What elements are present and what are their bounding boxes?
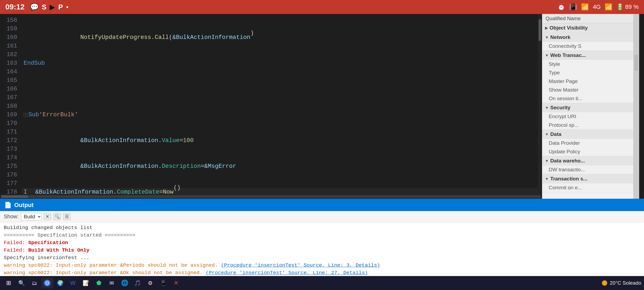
item-dw-transaction: DW transactio... [542,165,633,174]
item-style: Style [542,60,633,68]
section-header-network[interactable]: ▼ Network [542,33,633,42]
output-line-1: Building changed objects list [4,224,640,231]
taskbar-green-icon[interactable]: ⬟ [93,278,105,288]
code-line-161: -Sub 'ErrorBulk' [21,111,538,119]
section-object-visibility: ▶ Object Visibility [542,23,633,33]
chevron-data: ▼ [545,132,549,136]
taskbar-music-icon[interactable]: 🎵 [131,278,143,288]
code-line-162: &BulkActionInformation.Value = 100 [21,136,538,145]
item-label-connectivity: Connectivity S [549,43,581,49]
item-label-type: Type [549,70,581,76]
status-time: 09:12 [5,3,25,11]
output-line-5: Specifying insercionTest ... [4,254,640,262]
section-label-web-transac: Web Transac... [550,52,586,58]
code-line-159: EndSub [21,59,538,68]
output-search-btn[interactable]: 🔍 [53,213,61,220]
item-label-update-policy: Update Policy [549,149,581,155]
youtube-icon: ▶ [50,3,55,11]
section-label-object-visibility: Object Visibility [550,25,588,31]
taskbar-word-icon[interactable]: W [67,278,79,288]
status-icons: 💬 S ▶ P • [30,3,69,11]
section-header-object-visibility[interactable]: ▶ Object Visibility [542,23,633,32]
output-clear-btn[interactable]: ✕ [44,213,51,220]
section-network: ▼ Network Connectivity S [542,33,633,51]
taskbar-notes-icon[interactable]: 📝 [80,278,92,288]
taskbar-files-icon[interactable]: 🗂 [28,278,40,288]
taskbar-settings-icon[interactable]: ⚙ [144,278,156,288]
section-label-transaction: Transaction s... [550,176,587,182]
output-show-select[interactable]: Build [21,213,42,220]
right-panel-scrollbar[interactable] [633,14,639,199]
item-connectivity: Connectivity S [542,42,633,50]
output-header: 📄 Output [0,199,644,211]
right-side: Qualified Name ▶ Object Visibility ▼ Net… [542,14,644,199]
section-header-web-transac[interactable]: ▼ Web Transac... [542,51,633,60]
taskbar-mobile-icon[interactable]: 📱 [157,278,169,288]
taskbar-chrome-icon[interactable] [41,278,53,288]
chevron-network: ▼ [545,35,549,39]
output-toolbar: Show: Build ✕ 🔍 ☰ [0,211,644,222]
vibrate-icon: 📳 [569,3,577,11]
item-label-master-page: Master Page [549,78,581,84]
item-label-encrypt-uri: Encrypt URI [549,114,581,119]
item-label-commit: Commit on e... [549,185,582,191]
output-line-7: warning spc0022: Input-only parameter &O… [4,269,640,277]
taskbar-firefox-icon[interactable]: 🌍 [54,278,66,288]
section-header-data[interactable]: ▼ Data [542,130,633,139]
chevron-security: ▼ [545,106,549,110]
battery-icon: 🔋 89 % [616,3,639,10]
alarm-icon: ⏰ [557,3,565,11]
taskbar-mail-icon[interactable]: ✉ [106,278,118,288]
output-warn-1-link[interactable]: (Procedure 'insercionTest' Source, Line:… [221,262,380,268]
main-container: 158 159 160 161 162 163 164 165 166 167 … [0,14,644,290]
taskbar-weather-label: 20°C Soleado [610,280,641,286]
taskbar-weather-dot [602,280,607,286]
section-label-security: Security [550,105,570,111]
output-failed-build: Failed: [4,247,28,253]
right-panel-scroll-thumb[interactable] [634,55,638,71]
section-web-transac: ▼ Web Transac... Style Type Master Page … [542,51,633,103]
taskbar-right: 20°C Soleado [602,280,641,286]
code-line-163: &BulkActionInformation.Description = &Ms… [21,162,538,171]
output-warn-2-link[interactable]: (Procedure 'insercionTest' Source, Line:… [206,270,368,276]
svg-point-2 [46,282,48,284]
output-content: Building changed objects list ==========… [0,222,644,282]
code-content: 158 159 160 161 162 163 164 165 166 167 … [0,14,542,194]
h-scrollbar-thumb[interactable] [1,195,28,198]
windows-start-btn[interactable]: ⊞ [3,278,14,288]
output-warn-1: warning spc0022: Input-only parameter &P… [4,262,221,268]
section-header-security[interactable]: ▼ Security [542,103,633,112]
chevron-web-transac: ▼ [545,53,549,57]
code-scrollbar[interactable] [538,14,542,194]
chevron-data-warehouse: ▼ [545,159,549,163]
item-commit: Commit on e... [542,183,633,192]
output-wrap-btn[interactable]: ☰ [63,213,71,220]
taskbar-red-close-icon[interactable]: ✕ [170,278,182,288]
line-numbers: 158 159 160 161 162 163 164 165 166 167 … [0,14,21,194]
output-title: Output [14,202,34,209]
h-scrollbar[interactable] [0,194,542,199]
section-transaction: ▼ Transaction s... Commit on e... [542,174,633,192]
section-data: ▼ Data Data Provider Update Policy [542,130,633,156]
output-line-4: Failed: Build With This Only [4,247,640,254]
code-line-164: I &BulkActionInformation.CompleteDate = … [21,188,538,194]
code-scrollbar-thumb[interactable] [539,19,541,41]
code-lines: NotifyUpdateProgress.Call(&BulkActionInf… [21,14,538,194]
output-line-2: ========== Specification started =======… [4,231,640,239]
section-header-transaction[interactable]: ▼ Transaction s... [542,174,633,183]
taskbar-search-icon[interactable]: 🔍 [16,278,27,288]
output-line-3: Failed: Specification [4,239,640,247]
section-header-data-warehouse[interactable]: ▼ Data wareho... [542,156,633,165]
output-icon: 📄 [4,202,12,209]
item-protocol: Protocol sp... [542,121,633,129]
code-panel[interactable]: 158 159 160 161 162 163 164 165 166 167 … [0,14,542,199]
output-show-label: Show: [4,213,19,220]
item-update-policy: Update Policy [542,147,633,156]
chevron-transaction: ▼ [545,177,549,181]
item-data-provider: Data Provider [542,139,633,147]
item-type: Type [542,68,633,77]
taskbar-edge-icon[interactable]: 🌐 [119,278,130,288]
wifi-icon: 📶 [581,3,589,11]
item-label-data-provider: Data Provider [549,140,581,146]
section-security: ▼ Security Encrypt URI Protocol sp... [542,103,633,130]
